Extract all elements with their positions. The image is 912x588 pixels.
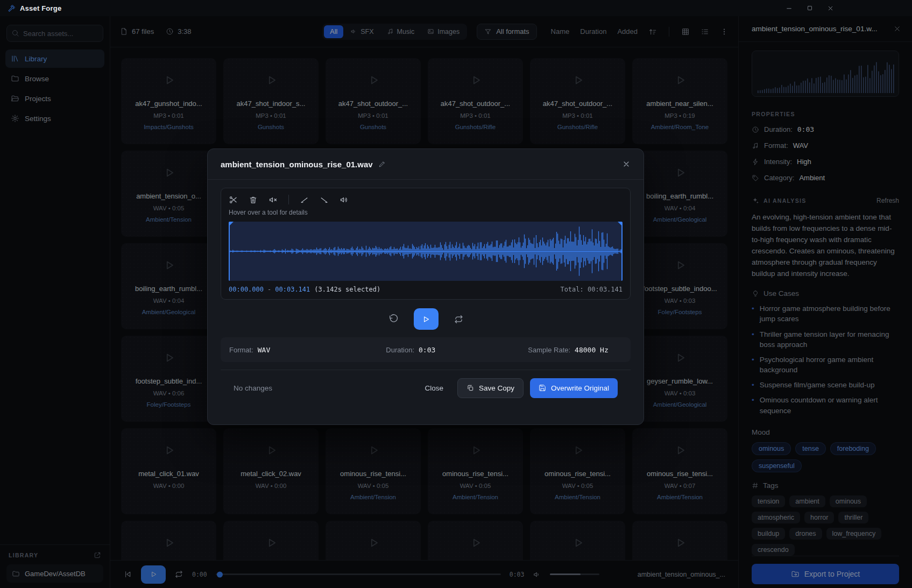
edit-name-icon[interactable] (378, 160, 386, 168)
overwrite-original-button[interactable]: Overwrite Original (530, 378, 618, 398)
fade-out-tool-icon[interactable] (320, 195, 329, 204)
mute-tool-icon[interactable] (268, 195, 278, 204)
file-info-bar: Format: WAV Duration: 0:03 Sample Rate: … (221, 337, 631, 362)
selection-end-time: 00:03.141 (275, 286, 310, 293)
waveform-editor-panel: Hover over a tool for details 00:00.000 … (221, 188, 631, 300)
fade-in-tool-icon[interactable] (300, 195, 309, 204)
preview-play-button[interactable] (414, 308, 439, 330)
close-dialog-icon[interactable] (622, 160, 631, 168)
tool-divider (288, 195, 289, 204)
audio-editor-dialog: ambient_tension_ominous_rise_01.wav Hove… (207, 148, 644, 425)
volume-tool-icon[interactable] (340, 195, 349, 204)
selection-handle-left-grip[interactable] (229, 222, 234, 226)
loop-icon[interactable] (454, 314, 464, 324)
selection-handle-right-grip[interactable] (618, 222, 623, 226)
info-duration: Duration: 0:03 (386, 346, 435, 354)
info-sample-rate: Sample Rate: 48000 Hz (528, 346, 608, 354)
selection-length-note: (3.142s selected) (314, 286, 380, 293)
tool-hint: Hover over a tool for details (221, 208, 630, 222)
info-format: Format: WAV (229, 346, 270, 354)
cut-tool-icon[interactable] (229, 195, 238, 204)
delete-tool-icon[interactable] (249, 195, 258, 204)
maximize-button[interactable] (807, 5, 813, 12)
copy-icon (466, 384, 474, 392)
titlebar: Asset Forge (0, 0, 912, 16)
app-title: Asset Forge (20, 4, 61, 12)
window-controls (786, 5, 834, 12)
selection-start-time: 00:00.000 (229, 286, 264, 293)
close-window-button[interactable] (827, 5, 834, 12)
save-icon (539, 384, 546, 392)
restart-icon[interactable] (388, 314, 399, 324)
app-root: Asset Forge Library Browse Projec (0, 0, 912, 588)
selection-handle-right[interactable] (621, 222, 623, 281)
selection-handle-left[interactable] (229, 222, 230, 281)
hammer-logo-icon (8, 4, 16, 12)
minimize-button[interactable] (786, 5, 793, 12)
close-dialog-button[interactable]: Close (417, 384, 451, 392)
dialog-title: ambient_tension_ominous_rise_01.wav (221, 160, 373, 169)
save-copy-button[interactable]: Save Copy (457, 378, 524, 398)
selection-separator: - (267, 286, 271, 293)
changes-status: No changes (234, 384, 272, 392)
waveform-editor[interactable] (229, 222, 623, 281)
total-duration-label: Total: 00:03.141 (560, 286, 623, 293)
